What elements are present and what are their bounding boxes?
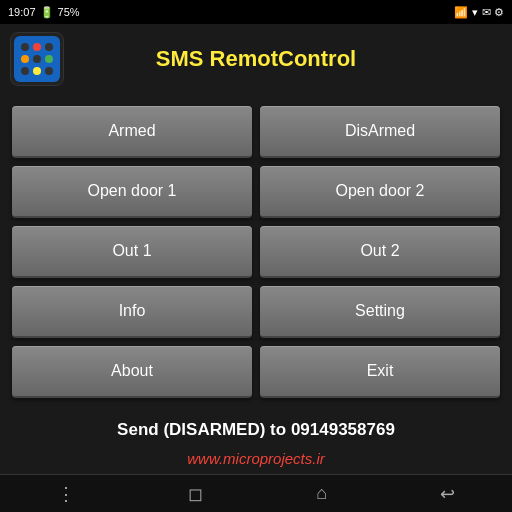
signal-icon: 📶 — [454, 6, 468, 19]
website-link[interactable]: www.microprojects.ir — [0, 446, 512, 475]
dot-5 — [33, 55, 41, 63]
recent-nav-icon[interactable]: ↩ — [440, 483, 455, 505]
menu-nav-icon[interactable]: ⋮ — [57, 483, 75, 505]
back-nav-icon[interactable]: ◻ — [188, 483, 203, 505]
dot-2 — [33, 43, 41, 51]
status-left: 19:07 🔋 75% — [8, 6, 80, 19]
open-door-2-button[interactable]: Open door 2 — [260, 166, 500, 218]
dot-7 — [21, 67, 29, 75]
notification-icons: ✉ ⚙ — [482, 6, 504, 19]
dot-6 — [45, 55, 53, 63]
dot-9 — [45, 67, 53, 75]
dot-1 — [21, 43, 29, 51]
open-door-1-button[interactable]: Open door 1 — [12, 166, 252, 218]
time-display: 19:07 — [8, 6, 36, 18]
app-header: SMS RemotControl — [0, 24, 512, 94]
out-1-button[interactable]: Out 1 — [12, 226, 252, 278]
bottom-nav: ⋮ ◻ ⌂ ↩ — [0, 474, 512, 512]
remote-icon-bg — [14, 36, 60, 82]
dot-3 — [45, 43, 53, 51]
app-icon — [10, 32, 64, 86]
app-title: SMS RemotControl — [76, 46, 502, 72]
status-right: 📶 ▾ ✉ ⚙ — [454, 6, 504, 19]
dot-8 — [33, 67, 41, 75]
wifi-icon: ▾ — [472, 6, 478, 19]
button-grid: Armed DisArmed Open door 1 Open door 2 O… — [0, 98, 512, 406]
armed-button[interactable]: Armed — [12, 106, 252, 158]
disarmed-button[interactable]: DisArmed — [260, 106, 500, 158]
about-button[interactable]: About — [12, 346, 252, 398]
battery-percent: 75% — [58, 6, 80, 18]
status-message: Send (DISARMED) to 09149358769 — [0, 406, 512, 446]
info-button[interactable]: Info — [12, 286, 252, 338]
setting-button[interactable]: Setting — [260, 286, 500, 338]
exit-button[interactable]: Exit — [260, 346, 500, 398]
status-bar: 19:07 🔋 75% 📶 ▾ ✉ ⚙ — [0, 0, 512, 24]
out-2-button[interactable]: Out 2 — [260, 226, 500, 278]
battery-icon: 🔋 — [40, 6, 54, 19]
dots-grid — [17, 39, 57, 79]
dot-4 — [21, 55, 29, 63]
home-nav-icon[interactable]: ⌂ — [316, 483, 327, 504]
